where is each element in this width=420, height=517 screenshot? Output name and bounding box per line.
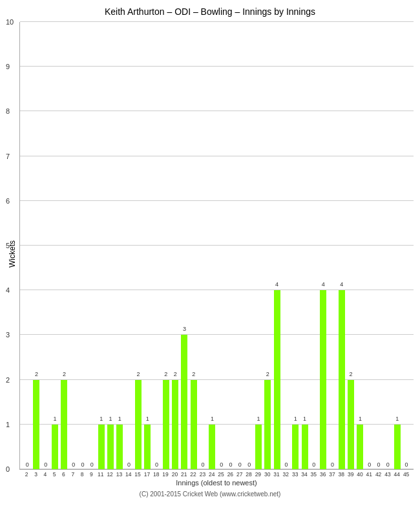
bar-group: 2 (59, 22, 68, 469)
bar-group: 2 (134, 22, 143, 469)
x-tick-label: 32 (281, 471, 290, 478)
bar-group: 0 (365, 22, 374, 469)
x-tick-label: 30 (263, 471, 272, 478)
bar-value-label: 1 (209, 416, 215, 422)
bar-group: 4 (319, 22, 328, 469)
x-tick-label: 25 (216, 471, 226, 478)
y-tick-label: 2 (6, 376, 10, 384)
bar-value-label: 2 (135, 371, 142, 377)
x-axis-labels: 2345678911121314151718192021222324252627… (19, 470, 414, 478)
bar-value-label: 2 (191, 371, 197, 377)
bar-group: 0 (41, 22, 50, 469)
bar: 1 (209, 425, 215, 469)
bar: 2 (135, 380, 142, 469)
bar-value-label: 0 (403, 461, 410, 468)
plot-area: 0123456789100201200011102102232010000124… (19, 22, 414, 487)
bar: 1 (52, 425, 58, 469)
bar-value-label: 4 (274, 281, 280, 288)
bar-value-label: 0 (366, 461, 373, 468)
bar-group: 2 (346, 22, 355, 469)
bar: 1 (107, 425, 114, 469)
bar-group: 0 (282, 22, 291, 469)
y-tick-label: 7 (6, 153, 10, 160)
bar: 1 (292, 425, 299, 469)
bar-value-label: 4 (339, 281, 345, 288)
bar-group: 2 (171, 22, 180, 469)
bar-value-label: 2 (33, 371, 39, 377)
bar-value-label: 2 (264, 371, 271, 377)
bar-group: 0 (23, 22, 32, 469)
bar-value-label: 1 (116, 416, 123, 422)
x-tick-label: 9 (87, 471, 96, 478)
bar-group: 0 (152, 22, 161, 469)
bar: 1 (98, 425, 105, 469)
bar: 4 (274, 290, 280, 469)
bar-group: 1 (254, 22, 263, 469)
bar: 1 (255, 425, 262, 469)
bar-value-label: 0 (70, 461, 77, 468)
bar-group: 1 (97, 22, 106, 469)
bar: 2 (61, 380, 67, 469)
bar: 2 (33, 380, 39, 469)
bar-group: 1 (50, 22, 59, 469)
bar-value-label: 1 (144, 416, 151, 422)
bar: 1 (144, 425, 151, 469)
bar: 2 (163, 380, 169, 469)
bar-group: 1 (291, 22, 300, 469)
x-tick-label: 12 (105, 471, 114, 478)
x-tick-label: 13 (114, 471, 123, 478)
y-tick-label: 8 (6, 107, 10, 115)
x-tick-label: 11 (96, 471, 105, 478)
bar-value-label: 0 (384, 461, 391, 468)
bar-value-label: 1 (292, 416, 299, 422)
bar-value-label: 1 (394, 416, 401, 422)
bar-value-label: 0 (236, 461, 243, 468)
bar-value-label: 0 (311, 461, 317, 468)
x-tick-label: 18 (152, 471, 161, 478)
bar: 1 (394, 425, 401, 469)
bar: 1 (116, 425, 123, 469)
x-tick-label: 39 (346, 471, 355, 478)
chart-title: Keith Arthurton – ODI – Bowling – Inning… (105, 6, 315, 17)
bar-value-label: 1 (52, 416, 58, 422)
x-tick-label: 26 (226, 471, 235, 478)
bar-value-label: 0 (246, 461, 253, 468)
bar: 2 (348, 380, 354, 469)
bar-group: 2 (32, 22, 41, 469)
bar-group: 0 (198, 22, 207, 469)
x-tick-label: 28 (244, 471, 253, 478)
bar-value-label: 0 (126, 461, 132, 468)
bar: 4 (320, 290, 326, 469)
bar-value-label: 0 (283, 461, 289, 468)
x-tick-label: 38 (337, 471, 346, 478)
bar-group: 0 (78, 22, 87, 469)
bar-group: 0 (402, 22, 411, 469)
bar-value-label: 0 (218, 461, 225, 468)
x-tick-label: 34 (300, 471, 309, 478)
bar-group: 0 (383, 22, 392, 469)
bar-group: 0 (69, 22, 78, 469)
bar-value-label: 0 (227, 461, 234, 468)
x-tick-label: 8 (78, 471, 87, 478)
bar-value-label: 1 (357, 416, 363, 422)
bars-row: 0201200011102102232010000124011040421000… (20, 22, 414, 469)
x-tick-label: 23 (198, 471, 207, 478)
bar-value-label: 0 (24, 461, 30, 468)
bar-value-label: 0 (200, 461, 206, 468)
x-tick-label: 19 (161, 471, 170, 478)
bar: 3 (181, 335, 187, 469)
x-tick-label: 3 (31, 471, 40, 478)
x-tick-label: 15 (133, 471, 142, 478)
y-tick-label: 6 (6, 197, 10, 205)
bar-group: 0 (374, 22, 383, 469)
bar: 2 (264, 380, 271, 469)
bar: 1 (357, 425, 363, 469)
y-axis-label: Wickets (6, 22, 18, 487)
bar-group: 0 (328, 22, 337, 469)
bar-group: 1 (300, 22, 309, 469)
x-tick-label: 14 (124, 471, 133, 478)
bar-value-label: 2 (172, 371, 178, 377)
bar-group: 0 (310, 22, 319, 469)
chart-area: Wickets 01234567891002012000111021022320… (6, 22, 414, 487)
x-tick-label: 36 (319, 471, 328, 478)
